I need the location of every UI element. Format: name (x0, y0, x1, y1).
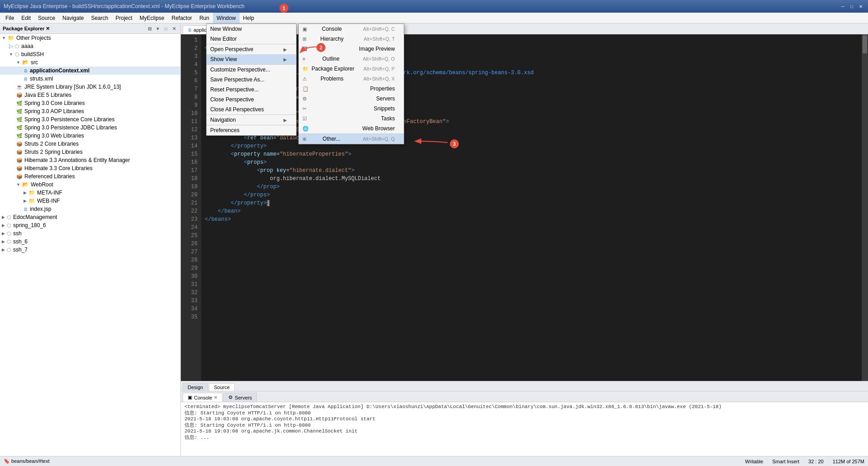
pe-collapse-btn[interactable]: ⊟ (146, 25, 153, 32)
tree-label: Referenced Libraries (24, 173, 75, 180)
menu-file[interactable]: File (2, 13, 18, 23)
menu-item-snippets[interactable]: ✂ Snippets (299, 104, 404, 114)
menu-item-hierarchy[interactable]: ⊞ Hierarchy Alt+Shift+Q, T (299, 34, 404, 44)
tree-item-webroot[interactable]: ▼ 📂 WebRoot (0, 181, 180, 189)
tab-console-label: Console (194, 395, 212, 400)
menu-item-tasks[interactable]: ☑ Tasks (299, 114, 404, 124)
tree-label: struts.xml (30, 76, 53, 82)
window-menu: New Window New Editor Open Perspective ▶… (206, 24, 297, 136)
outline-label: Outline (322, 56, 340, 62)
menu-item-package-explorer[interactable]: 📁 Package Explorer Alt+Shift+Q, P (299, 64, 404, 74)
tree-item-javaee[interactable]: 📦 Java EE 5 Libraries (0, 91, 180, 99)
tasks-label: Tasks (381, 115, 395, 122)
menu-item-image-preview[interactable]: 🖼 Image Preview (299, 44, 404, 54)
tree-item-struts2spring[interactable]: 📦 Struts 2 Spring Libraries (0, 148, 180, 156)
tab-servers[interactable]: ⚙ Servers (223, 393, 257, 402)
minimize-button[interactable]: ─ (839, 3, 846, 10)
menu-item-new-window[interactable]: New Window (207, 24, 296, 34)
tree-item-struts[interactable]: 🗎 struts.xml (0, 75, 180, 83)
maximize-button[interactable]: □ (848, 3, 855, 10)
new-editor-label: New Editor (210, 36, 237, 42)
snippets-label: Snippets (374, 105, 395, 112)
editor-scrollbar[interactable] (862, 34, 868, 381)
tree-item-metainf[interactable]: ▶ 📁 META-INF (0, 189, 180, 197)
menu-item-reset-perspective[interactable]: Reset Perspective... (207, 85, 296, 95)
menu-item-close-perspective[interactable]: Close Perspective (207, 95, 296, 105)
new-window-label: New Window (210, 26, 242, 32)
console-close-icon[interactable]: ✕ (214, 395, 217, 400)
hierarchy-shortcut: Alt+Shift+Q, T (364, 36, 395, 42)
menu-window[interactable]: Window (213, 13, 240, 23)
tree-item-spring3persist[interactable]: 🌿 Spring 3.0 Persistence Core Libraries (0, 115, 180, 124)
status-insert-mode: Smart Insert (772, 459, 799, 464)
console-line-5: 2021-5-18 19:03:08 org.apache.jk.common.… (184, 428, 864, 434)
tree-item-aaaa[interactable]: ▷ ⬡ aaaa (0, 42, 180, 50)
close-button[interactable]: ✕ (857, 3, 864, 10)
tree-item-ssh6[interactable]: ▶ ⬡ ssh_6 (0, 238, 180, 246)
menu-edit[interactable]: Edit (18, 13, 34, 23)
tree-item-hibernate-core[interactable]: 📦 Hibernate 3.3 Core Libraries (0, 164, 180, 172)
menu-item-customize-perspective[interactable]: Customize Perspective... (207, 64, 296, 75)
tree-label: Spring 3.0 Core Libraries (24, 100, 85, 106)
tree-item-appcontext[interactable]: 🗎 applicationContext.xml (0, 67, 180, 75)
menu-search[interactable]: Search (87, 13, 112, 23)
menu-run[interactable]: Run (196, 13, 213, 23)
tree-item-ssh7[interactable]: ▶ ⬡ ssh_7 (0, 246, 180, 254)
menu-myeclipse[interactable]: MyEclipse (136, 13, 168, 23)
tree-item-spring3jdbc[interactable]: 🌿 Spring 3.0 Persistence JDBC Libraries (0, 124, 180, 132)
pe-close-btn[interactable]: ✕ (170, 25, 178, 32)
tree-item-ssh[interactable]: ▶ ⬡ ssh (0, 229, 180, 238)
tree-label: Spring 3.0 Persistence JDBC Libraries (24, 124, 117, 131)
open-perspective-arrow: ▶ (283, 47, 287, 52)
menu-refactor[interactable]: Refactor (168, 13, 196, 23)
hierarchy-label: Hierarchy (321, 36, 344, 42)
tree-item-webinf[interactable]: ▶ 📁 WEB-INF (0, 197, 180, 205)
menu-item-save-perspective-as[interactable]: Save Perspective As... (207, 75, 296, 85)
menu-navigate[interactable]: Navigate (59, 13, 87, 23)
tree-item-spring3web[interactable]: 🌿 Spring 3.0 Web Libraries (0, 132, 180, 140)
tree-item-spring180[interactable]: ▶ ⬡ spring_180_6 (0, 221, 180, 229)
tab-design[interactable]: Design (183, 383, 208, 391)
menu-item-outline[interactable]: ≡ Outline Alt+Shift+Q, O (299, 54, 404, 64)
tree-item-indexjsp[interactable]: 🗎 index.jsp (0, 205, 180, 213)
preferences-label: Preferences (210, 127, 240, 133)
pe-max-btn[interactable]: □ (162, 25, 170, 32)
pe-header: Package Explorer ✕ ⊟ ▼ □ ✕ (0, 24, 180, 34)
menu-item-close-all-perspectives[interactable]: Close All Perspectives (207, 105, 296, 114)
menu-item-properties[interactable]: 📋 Properties (299, 84, 404, 94)
pe-menu-btn[interactable]: ▼ (154, 25, 161, 32)
tree-item-spring3aop[interactable]: 🌿 Spring 3.0 AOP Libraries (0, 107, 180, 115)
menu-item-navigation[interactable]: Navigation ▶ (207, 114, 296, 125)
tree-item-other-projects[interactable]: ▼ 📁 Other Projects (0, 34, 180, 42)
menu-item-other[interactable]: ⊕ Other... Alt+Shift+Q, Q (299, 133, 404, 144)
code-line-31: </props> (205, 191, 858, 199)
tree-item-jre[interactable]: ☕ JRE System Library [Sun JDK 1.6.0_13] (0, 83, 180, 91)
tree-item-edocmgmt[interactable]: ▶ ⬡ EdocManagement (0, 213, 180, 221)
code-line-35: </beans> (205, 215, 858, 223)
tree-item-src[interactable]: ▼ 📂 src (0, 58, 180, 67)
menu-item-problems[interactable]: ⚠ Problems Alt+Shift+Q, X (299, 74, 404, 84)
menu-source[interactable]: Source (34, 13, 59, 23)
console-shortcut: Alt+Shift+Q, C (363, 26, 395, 32)
tree-item-ref-libs[interactable]: 📦 Referenced Libraries (0, 172, 180, 181)
menu-item-show-view[interactable]: Show View ▶ (207, 54, 296, 64)
menu-item-console[interactable]: ▣ Console Alt+Shift+Q, C (299, 24, 404, 34)
console-line-3: 2021-5-18 19:03:08 org.apache.coyote.htt… (184, 416, 864, 422)
code-line-30: </prop> (205, 183, 858, 191)
menu-project[interactable]: Project (112, 13, 136, 23)
tab-console[interactable]: ▣ Console ✕ (183, 393, 222, 402)
menu-item-open-perspective[interactable]: Open Perspective ▶ (207, 44, 296, 54)
open-perspective-label: Open Perspective (210, 46, 253, 52)
menu-item-servers[interactable]: ⚙ Servers (299, 94, 404, 104)
code-line-27: <props> (205, 158, 858, 166)
menu-item-new-editor[interactable]: New Editor (207, 34, 296, 44)
menu-item-preferences[interactable]: Preferences (207, 125, 296, 135)
tree-item-spring3core[interactable]: 🌿 Spring 3.0 Core Libraries (0, 99, 180, 107)
tab-source[interactable]: Source (209, 383, 235, 391)
menu-item-web-browser[interactable]: 🌐 Web Browser (299, 124, 404, 133)
tree-item-struts2core[interactable]: 📦 Struts 2 Core Libraries (0, 140, 180, 148)
tree-item-buildssh[interactable]: ▼ ⬡ buildSSH (0, 50, 180, 58)
tree-item-hibernate-ann[interactable]: 📦 Hibernate 3.3 Annotations & Entity Man… (0, 156, 180, 164)
menu-help[interactable]: Help (240, 13, 258, 23)
package-explorer-view-label: Package Explorer (311, 66, 354, 72)
